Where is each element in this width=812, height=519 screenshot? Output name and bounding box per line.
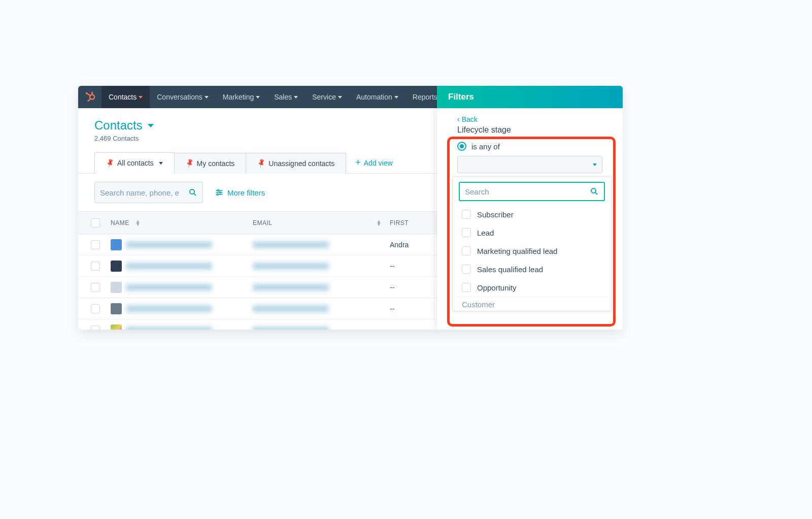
tab-all-contacts[interactable]: 📌 All contacts — [94, 152, 175, 174]
option-label: Lead — [477, 229, 494, 237]
nav-automation[interactable]: Automation — [349, 86, 405, 108]
avatar — [111, 303, 122, 314]
svg-point-12 — [220, 192, 221, 193]
radio-icon — [457, 142, 466, 151]
svg-point-6 — [87, 100, 89, 102]
tab-my-contacts[interactable]: 📌 My contacts — [175, 153, 247, 174]
tab-unassigned-contacts[interactable]: 📌 Unassigned contacts — [246, 153, 346, 174]
add-view-button[interactable]: + Add view — [355, 157, 392, 168]
pin-icon: 📌 — [256, 158, 267, 169]
tab-label: Unassigned contacts — [268, 159, 334, 168]
radio-label: is any of — [471, 142, 500, 151]
sort-icon: ▲▼ — [377, 220, 382, 226]
row-checkbox[interactable] — [91, 326, 100, 330]
filters-panel: Filters ‹ Back Lifecycle stage is any of — [437, 86, 623, 330]
redacted-email — [253, 327, 329, 330]
tab-label: My contacts — [197, 159, 235, 168]
filter-dropdown: SubscriberLeadMarketing qualified leadSa… — [452, 176, 612, 311]
option-checkbox[interactable] — [462, 210, 471, 219]
redacted-email — [253, 263, 329, 270]
option-label: Subscriber — [477, 210, 514, 219]
nav-sales[interactable]: Sales — [267, 86, 305, 108]
filter-condition-radio[interactable]: is any of — [437, 141, 623, 156]
redacted-name — [126, 263, 212, 270]
chevron-down-icon — [159, 162, 163, 165]
option-checkbox[interactable] — [462, 228, 471, 237]
svg-line-16 — [595, 192, 597, 194]
sort-icon: ▲▼ — [136, 220, 141, 226]
column-label: FIRST — [390, 219, 409, 226]
dropdown-search-field[interactable] — [465, 187, 590, 196]
more-filters-button[interactable]: More filters — [215, 188, 265, 197]
redacted-name — [126, 241, 212, 248]
nav-label: Conversations — [157, 93, 202, 101]
redacted-name — [126, 305, 212, 312]
dropdown-option[interactable]: Lead — [457, 223, 607, 242]
row-checkbox[interactable] — [91, 240, 100, 249]
dropdown-option[interactable]: Opportunity — [457, 278, 607, 297]
column-name[interactable]: NAME ▲▼ — [107, 219, 249, 226]
column-email[interactable]: EMAIL ▲▼ — [249, 219, 386, 226]
nav-contacts[interactable]: Contacts — [101, 86, 150, 108]
back-link[interactable]: ‹ Back — [437, 115, 623, 123]
nav-marketing[interactable]: Marketing — [216, 86, 267, 108]
nav-label: Service — [312, 93, 336, 101]
option-checkbox[interactable] — [462, 265, 471, 274]
chevron-down-icon[interactable] — [148, 124, 154, 127]
filter-dropdown-search[interactable] — [459, 182, 605, 201]
row-checkbox[interactable] — [91, 262, 100, 271]
hubspot-logo-icon[interactable] — [78, 86, 101, 108]
redacted-email — [253, 284, 329, 291]
column-label: EMAIL — [253, 219, 273, 226]
svg-point-10 — [218, 190, 219, 191]
nav-label: Sales — [274, 93, 292, 101]
svg-point-2 — [86, 92, 88, 94]
dropdown-option[interactable]: Marketing qualified lead — [457, 242, 607, 260]
search-icon — [590, 187, 599, 196]
chevron-down-icon — [205, 96, 209, 99]
back-label: Back — [462, 115, 478, 123]
row-checkbox[interactable] — [91, 304, 100, 313]
dropdown-option[interactable]: Subscriber — [457, 205, 607, 223]
nav-conversations[interactable]: Conversations — [150, 86, 216, 108]
chevron-down-icon — [294, 96, 298, 99]
pin-icon: 📌 — [184, 158, 195, 169]
avatar — [111, 325, 122, 330]
svg-point-14 — [217, 194, 218, 196]
filter-value-select[interactable] — [457, 156, 602, 173]
svg-line-8 — [194, 193, 196, 196]
redacted-email — [253, 305, 329, 312]
filter-section-title: Lifecycle stage — [437, 123, 623, 141]
row-checkbox[interactable] — [91, 283, 100, 292]
dropdown-option[interactable]: Sales qualified lead — [457, 260, 607, 278]
select-all-checkbox[interactable] — [91, 218, 100, 228]
dropdown-option-cutoff[interactable]: Customer — [457, 297, 607, 309]
chevron-down-icon — [593, 164, 597, 166]
nav-service[interactable]: Service — [305, 86, 349, 108]
chevron-down-icon — [394, 96, 398, 99]
search-icon — [188, 188, 197, 197]
page-title[interactable]: Contacts — [94, 118, 143, 133]
option-label: Sales qualified lead — [477, 265, 543, 274]
chevron-down-icon — [338, 96, 342, 99]
avatar — [111, 282, 122, 293]
option-checkbox[interactable] — [462, 283, 471, 292]
option-label: Opportunity — [477, 283, 517, 292]
column-label: NAME — [111, 219, 129, 226]
nav-label: Automation — [356, 93, 392, 101]
chevron-left-icon: ‹ — [457, 115, 460, 123]
option-label: Marketing qualified lead — [477, 247, 557, 255]
more-filters-label: More filters — [227, 188, 265, 197]
nav-label: Reports — [413, 93, 437, 101]
sliders-icon — [215, 188, 223, 197]
search-contacts-input[interactable] — [94, 182, 203, 203]
pin-icon: 📌 — [105, 158, 115, 169]
nav-label: Marketing — [223, 93, 254, 101]
chevron-down-icon — [139, 96, 143, 99]
nav-label: Contacts — [109, 93, 137, 101]
redacted-email — [253, 241, 329, 248]
filters-panel-title: Filters — [437, 86, 623, 108]
option-checkbox[interactable] — [462, 246, 471, 255]
search-field[interactable] — [100, 188, 188, 197]
redacted-name — [126, 327, 212, 330]
